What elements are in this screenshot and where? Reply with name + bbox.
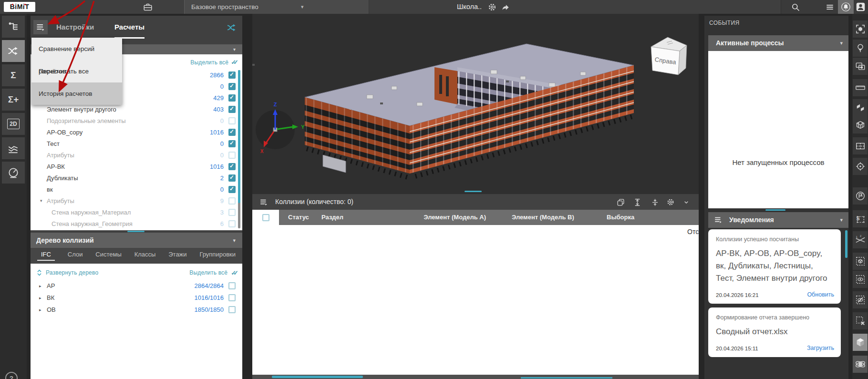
panel-resize-handle[interactable] (127, 231, 145, 232)
locate-icon[interactable] (853, 158, 868, 175)
isolate-selection-icon[interactable] (853, 58, 868, 75)
checkbox[interactable] (228, 174, 236, 182)
expander-icon[interactable]: ▾ (40, 198, 47, 203)
h-scrollbar-line[interactable] (521, 377, 612, 379)
notification-action-link[interactable]: Загрузить (807, 345, 834, 351)
tree-tab[interactable]: Группировки (199, 251, 236, 261)
orbit-icon[interactable] (853, 356, 868, 373)
menu-arrow-icon[interactable] (258, 196, 269, 208)
notifications-bell-icon[interactable] (838, 0, 854, 14)
selection-settings-icon[interactable]: S (853, 210, 868, 227)
checkbox[interactable] (228, 220, 236, 227)
select-all-checkbox[interactable] (262, 214, 269, 221)
tree-tab[interactable]: IFC (37, 251, 55, 261)
copy-icon[interactable] (615, 196, 626, 208)
panel-resize-handle[interactable] (765, 209, 785, 211)
notification-action-link[interactable]: Обновить (807, 291, 834, 298)
menu-item[interactable]: Сравнение версий расчётов (31, 38, 122, 60)
expand-tree-link[interactable]: Развернуть дерево (46, 269, 98, 276)
charts-icon[interactable] (2, 137, 25, 159)
tab-raschety[interactable]: Расчеты (114, 16, 145, 39)
column-header[interactable]: Статус (288, 210, 309, 225)
checkbox[interactable] (228, 129, 236, 136)
panel-resize-handle[interactable] (465, 191, 482, 192)
checkbox[interactable] (228, 152, 236, 159)
active-processes-header[interactable]: Активные процессы ▾ (708, 35, 848, 51)
tree-tab[interactable]: Этажи (168, 251, 186, 261)
tree-tab[interactable]: Слои (68, 251, 83, 261)
tree-row[interactable]: ▸ АР 2864/2864 (31, 280, 242, 292)
floor-plan-icon[interactable] (853, 137, 868, 154)
gear-icon[interactable] (665, 196, 676, 208)
list-view-icon[interactable] (824, 1, 836, 13)
expander-right-icon[interactable]: ▸ (39, 307, 47, 312)
expand-collapse-icon[interactable] (36, 269, 42, 277)
nav-cube[interactable]: Справа (651, 37, 687, 75)
column-header[interactable]: Выборка (607, 210, 634, 225)
chevron-down-icon[interactable] (681, 196, 692, 208)
settings-gear-icon[interactable] (486, 1, 498, 13)
checkbox[interactable] (228, 294, 236, 301)
tree-row[interactable]: ▸ ВК 1016/1016 (31, 292, 242, 304)
column-header[interactable]: Элемент (Модель А) (410, 210, 486, 225)
checkbox[interactable] (228, 94, 236, 102)
checkbox[interactable] (228, 186, 236, 193)
tree-tab[interactable]: Системы (95, 251, 121, 261)
search-icon[interactable] (790, 1, 801, 13)
notifications-header[interactable]: Уведомления ▾ (708, 212, 848, 228)
expand-rows-icon[interactable] (631, 196, 643, 208)
solid-view-icon[interactable] (853, 334, 868, 351)
isolate-box-icon[interactable] (853, 253, 868, 270)
help-icon[interactable]: ? (5, 372, 18, 379)
checkbox[interactable] (228, 197, 236, 205)
tree-filter-icon[interactable] (853, 40, 868, 57)
collisions-shuffle-icon[interactable] (226, 22, 238, 33)
checkbox[interactable] (228, 209, 236, 216)
2d-view-icon[interactable]: 2D (2, 113, 25, 135)
select-all-link[interactable]: Выделить всё ✓✓ (190, 59, 238, 66)
checkbox[interactable] (228, 117, 236, 124)
hide-box-icon[interactable] (853, 291, 868, 308)
checkbox[interactable] (228, 282, 236, 289)
menu-item[interactable]: История расчетов (31, 82, 122, 105)
panel-menu-button[interactable] (33, 20, 48, 34)
menu-item[interactable]: Пересчитать все (31, 60, 122, 82)
measure-axes-icon[interactable]: 1 2 (853, 231, 868, 248)
briefcase-icon[interactable] (142, 1, 154, 13)
workspace-selector[interactable]: Базовое пространство ▾ (184, 0, 369, 14)
flag-icon[interactable] (853, 187, 868, 205)
ruler-icon[interactable] (853, 79, 868, 96)
tree-select-all-link[interactable]: Выделить всё (189, 269, 227, 276)
checkbox[interactable] (228, 72, 236, 79)
sum-add-icon[interactable]: Σ+ (2, 89, 25, 111)
share-icon[interactable] (500, 1, 511, 13)
column-header[interactable]: Элемент (Модель B) (512, 210, 574, 225)
column-header[interactable]: Раздел (321, 210, 343, 225)
checks-scrollbar-thumb[interactable] (238, 70, 240, 203)
dashboard-gauge-icon[interactable] (2, 162, 25, 184)
checkbox[interactable] (228, 163, 236, 170)
checkbox[interactable] (228, 106, 236, 113)
expander-right-icon[interactable]: ▸ (39, 296, 47, 300)
checkbox[interactable] (228, 140, 236, 147)
expander-right-icon[interactable]: ▸ (39, 284, 47, 288)
tree-tab[interactable]: Классы (134, 251, 156, 261)
user-avatar-icon[interactable] (856, 2, 866, 12)
h-scrollbar-thumb[interactable] (272, 376, 363, 378)
model-tree-icon[interactable] (2, 16, 25, 38)
tree-row[interactable]: ▸ ОВ 1850/1850 (31, 304, 242, 316)
collision-tree-header[interactable]: Дерево коллизий ▾ (31, 233, 242, 248)
bimit-logo[interactable]: BiMiT (4, 2, 35, 12)
clip-box-icon[interactable] (853, 116, 868, 133)
collisions-icon[interactable] (2, 40, 25, 62)
show-box-icon[interactable] (853, 271, 868, 288)
fit-view-icon[interactable] (853, 20, 868, 38)
menu-arrow-icon[interactable] (714, 215, 723, 224)
fit-rows-icon[interactable] (649, 196, 661, 208)
section-plane-icon[interactable] (853, 99, 868, 116)
tab-nastroyki[interactable]: Настройки (56, 16, 94, 39)
clear-selection-box-icon[interactable] (853, 312, 868, 329)
checkbox[interactable] (228, 306, 236, 313)
sum-icon[interactable]: Σ (2, 64, 25, 86)
notifications-scrollbar[interactable] (845, 230, 847, 258)
